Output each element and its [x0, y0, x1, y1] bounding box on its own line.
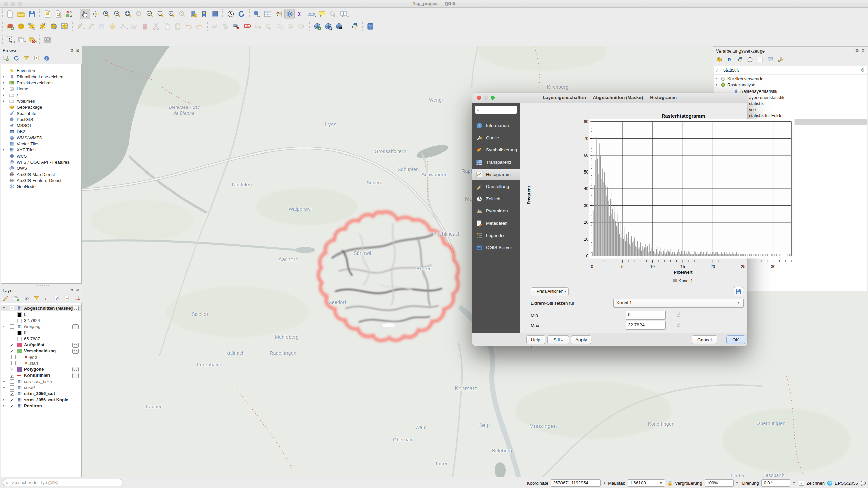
expander-icon[interactable]: ▸ [3, 87, 5, 90]
show-bookmarks-button[interactable] [199, 9, 209, 19]
browser-item-projektverzeichnis[interactable]: ▸Projektverzeichnis [1, 80, 81, 86]
r-scripts-icon[interactable]: R [726, 56, 733, 64]
memory-layer-indicator-icon[interactable] [72, 373, 79, 378]
help-contents-button[interactable]: ? [365, 21, 375, 32]
band-combo[interactable]: Kanal 1▼ [613, 299, 744, 308]
dialog-search-input[interactable]: ⌕ [475, 106, 517, 114]
add-vector-layer-button[interactable] [16, 21, 26, 32]
layer-item-positron[interactable]: ▸✓Positron [1, 403, 81, 409]
processing-item-k-rzlich-verwendet[interactable]: ▸Kürzlich verwendet [714, 76, 867, 82]
browser-item-geonode[interactable]: GeoNode [1, 184, 81, 190]
layer-visibility-checkbox[interactable]: ✓ [10, 343, 14, 347]
zoom-last-button[interactable] [166, 9, 177, 19]
layer-visibility-checkbox[interactable]: ✓ [10, 373, 14, 378]
layer-visibility-checkbox[interactable] [11, 361, 16, 365]
browser-item--volumes[interactable]: ▸/Volumes [1, 98, 81, 104]
expander-icon[interactable]: ▸ [3, 81, 5, 84]
zoom-full-button[interactable] [123, 9, 133, 19]
layer-item-abgeschnitten-maske-[interactable]: ▾✓Abgeschnitten (Maske) [1, 305, 81, 311]
pan-to-selection-button[interactable] [91, 9, 101, 19]
browser-item-xyz-tiles[interactable]: ▸XYZ Tiles [1, 147, 81, 153]
browser-item-geopackage[interactable]: GeoPackage [1, 104, 81, 110]
rotation-input[interactable]: 0.0 ° [761, 479, 790, 487]
bookmark-manager-button[interactable] [210, 9, 220, 19]
options-wrench-icon[interactable] [777, 56, 784, 64]
expander-icon[interactable]: ▸ [716, 77, 717, 80]
collapse-all2-icon[interactable] [64, 295, 71, 303]
layer-visibility-checkbox[interactable] [10, 385, 14, 390]
open-project-button[interactable] [16, 9, 26, 19]
max-input[interactable]: 32.7824 [626, 321, 666, 330]
render-checkbox[interactable]: ✓ [799, 481, 804, 486]
measure-button[interactable]: ▼ [306, 9, 316, 19]
expander-icon[interactable]: ▸ [3, 385, 5, 389]
refresh-icon[interactable] [13, 55, 20, 63]
magnifier-stepper[interactable]: ▲▼ [736, 481, 740, 485]
memory-layer-indicator-icon[interactable] [72, 349, 79, 354]
refresh-map-button[interactable] [236, 9, 246, 19]
browser-item--[interactable]: ▸/ [1, 92, 81, 98]
layer-item-start[interactable]: start [1, 360, 81, 366]
apply-button[interactable]: Apply [571, 336, 591, 344]
dialog-tab-histogramm[interactable]: Histogramm [472, 169, 520, 180]
browser-item-postgis[interactable]: PostGIS [1, 117, 81, 123]
collapse-all-icon[interactable] [33, 55, 40, 63]
filter-expression-icon[interactable]: ε [43, 295, 50, 303]
clear-search-icon[interactable]: ⊗ [861, 67, 865, 73]
field-calculator-button[interactable] [274, 9, 284, 19]
zoom-to-layer-button[interactable] [145, 9, 155, 19]
expander-icon[interactable]: ▾ [3, 324, 5, 328]
layer-item-cumcost-bern[interactable]: ▸cumcost_bern [1, 379, 81, 385]
data-source-manager-button[interactable] [5, 21, 15, 32]
map-tips-button[interactable] [317, 9, 327, 19]
highlight-pinned-labels-button[interactable]: abc [242, 21, 253, 32]
layout-manager-button[interactable] [53, 9, 63, 19]
new-bookmark-button[interactable] [188, 9, 198, 19]
raster-histogram-chart[interactable]: 01020304050607080051015202530 [571, 119, 795, 279]
processing-search[interactable]: ⌕ statistik ⊗ [714, 66, 867, 74]
pin-labels-button[interactable]: ab [232, 21, 242, 32]
edit-comment-icon[interactable] [767, 56, 774, 64]
layer-item-end[interactable]: end [1, 354, 81, 360]
select-by-value-button[interactable]: ▼ [16, 35, 26, 45]
dialog-tab-transparenz[interactable]: Transparenz [472, 157, 520, 168]
expander-icon[interactable]: ▸ [3, 148, 5, 151]
layer-item-0[interactable]: 0 [1, 311, 81, 318]
lock-icon[interactable]: 🔒 [667, 481, 673, 486]
layer-item-0[interactable]: 0 [1, 330, 81, 336]
browser-item-mssql[interactable]: MSSQL [1, 123, 81, 129]
style-button[interactable]: Stil ▾ [547, 336, 569, 344]
memory-layer-indicator-icon[interactable] [72, 343, 79, 348]
expander-icon[interactable]: ▸ [3, 404, 5, 407]
layer-visibility-checkbox[interactable] [10, 379, 14, 384]
browser-item-spatialite[interactable]: SpatiaLite [1, 110, 81, 117]
layer-item-verschneidung[interactable]: ✓Verschneidung [1, 348, 81, 354]
layer-panel-window-buttons[interactable]: ⧉ ⊠ [71, 288, 80, 292]
map-theme-raster-button[interactable] [42, 35, 53, 45]
layer-item-neigung[interactable]: ▾Neigung [1, 324, 81, 330]
layer-visibility-checkbox[interactable]: ✓ [10, 404, 14, 408]
history-icon[interactable] [747, 56, 753, 64]
layer-item-32-7824[interactable]: 32.7824 [1, 318, 81, 324]
browser-item-arcgis-map-dienst[interactable]: ArcGIS-Map-Dienst [1, 171, 81, 178]
models-icon[interactable] [716, 56, 723, 64]
properties-info-icon[interactable]: i [43, 55, 50, 63]
metasearch-search-button[interactable] [323, 21, 333, 32]
memory-layer-indicator-icon[interactable] [72, 306, 79, 311]
browser-item-wcs[interactable]: WCS [1, 153, 81, 159]
layer-visibility-checkbox[interactable]: ✓ [10, 391, 14, 396]
zoom-native-button[interactable]: 1:1 [156, 9, 166, 19]
add-group-icon[interactable] [13, 295, 20, 303]
save-histogram-button[interactable] [734, 287, 743, 296]
python-console-button[interactable] [350, 21, 360, 32]
scale-combo[interactable]: 1:66180 ▼ [628, 479, 665, 487]
attribute-table-button[interactable] [263, 9, 273, 19]
temporal-controller-button[interactable] [225, 9, 236, 19]
metasearch-add-button[interactable] [312, 21, 322, 32]
dialog-tab-zeitlich[interactable]: Zeitlich [472, 193, 520, 205]
pan-map-button[interactable] [80, 9, 90, 19]
browser-item-vector-tiles[interactable]: Vector Tiles [1, 141, 81, 147]
dialog-titlebar[interactable]: Layereigenschaften — Abgeschnitten (Mask… [472, 93, 747, 103]
crs-status[interactable]: EPSG:2056 [835, 481, 858, 486]
dialog-tab-symbolisierung[interactable]: Symbolisierung [472, 144, 520, 156]
